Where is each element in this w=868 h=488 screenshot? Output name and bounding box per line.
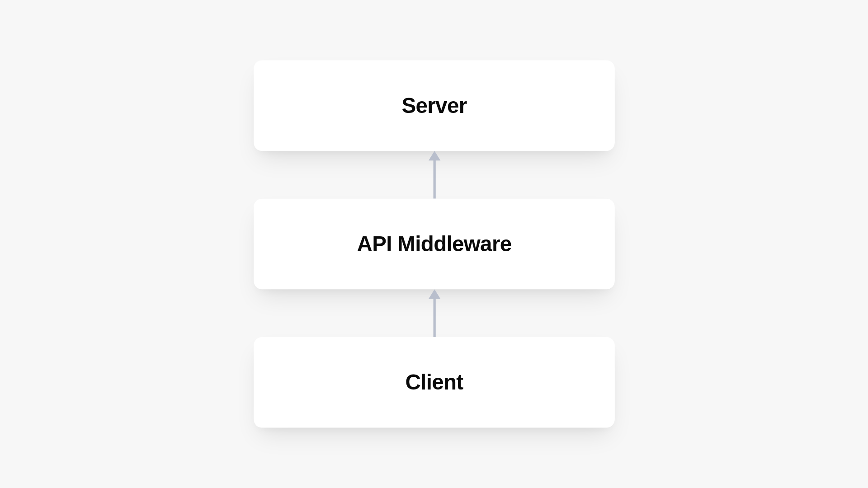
server-node: Server [254,60,615,151]
arrow-middle-to-top [426,151,443,199]
client-node: Client [254,337,615,428]
architecture-diagram: Server API Middleware Client [254,60,615,427]
arrow-up-icon [426,151,443,199]
client-label: Client [405,370,463,395]
middleware-node: API Middleware [254,199,615,290]
server-label: Server [401,93,467,118]
arrow-up-icon [426,289,443,337]
svg-marker-0 [428,151,440,160]
middleware-label: API Middleware [357,231,511,256]
arrow-bottom-to-middle [426,289,443,337]
svg-marker-2 [428,289,440,299]
